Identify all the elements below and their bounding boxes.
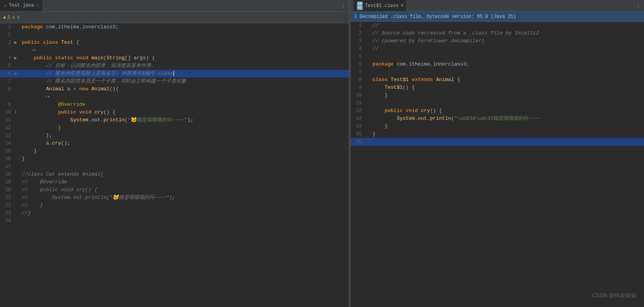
code-line-highlighted: 6 ⚠ // 匿名内部类实际上是有名字: 外部类名$编号.class	[0, 70, 349, 78]
line-number: 2	[2, 31, 11, 39]
line-gutter: 15	[0, 147, 22, 155]
line-content: // (powered by FernFlower decompiler)	[372, 37, 644, 45]
right-tab-bar: 1001 Test$1.class × ⋮	[351, 0, 644, 12]
right-code-area[interactable]: 1 // 2 // Source code recreated from a .…	[351, 22, 644, 307]
line-content: }	[372, 91, 644, 99]
left-code-area[interactable]: 1 package com.itheima.innerclass3; 2	[0, 23, 349, 307]
code-line: 10 I public void cry() {	[0, 109, 349, 116]
run-icon[interactable]: ▶	[12, 39, 19, 47]
impl-icon[interactable]: I	[12, 109, 19, 116]
close-right-tab-button[interactable]: ×	[401, 3, 403, 9]
code-line: 11 System.out.println("🐱猫是喵喵喵的叫~~~~");	[0, 116, 349, 124]
line-gutter: 10 I	[0, 109, 22, 116]
line-number: 24	[2, 217, 11, 225]
line-content: // 匿名内部类本质是一个子类，同时会立即构建一个子类对象	[22, 78, 349, 85]
close-tab-button[interactable]: ×	[36, 3, 39, 8]
code-line: ⚡▾	[0, 93, 349, 101]
code-line: 4 //	[351, 45, 644, 53]
line-content: @Override	[22, 101, 349, 109]
line-gutter: 14	[0, 140, 22, 147]
line-number: 7	[2, 78, 11, 85]
right-tab-more-button[interactable]: ⋮	[636, 3, 641, 9]
line-number: 22	[2, 202, 11, 209]
code-line: 3 // (powered by FernFlower decompiler)	[351, 37, 644, 45]
line-content: }	[22, 147, 349, 155]
code-line: 10 }	[351, 91, 644, 99]
warning-icon: ▲	[3, 15, 6, 20]
line-number: 14	[352, 122, 362, 130]
editor-left: ☕ Test.java × ⋮ ▲ 1 ∧ ∨ 1	[0, 0, 349, 307]
warning-gutter-icon: ⚠	[12, 70, 19, 78]
fold-indicator[interactable]: ⚡▾	[31, 48, 36, 53]
code-line: 16	[351, 138, 644, 146]
code-line: 6 package com.itheima.innerclass3;	[351, 60, 644, 68]
line-content: }	[22, 124, 349, 132]
line-content: // 目标：认识匿名内部类，搞清楚其基本作用.	[22, 62, 349, 70]
line-gutter: 15	[351, 130, 372, 138]
right-code-lines: 1 // 2 // Source code recreated from a .…	[351, 22, 644, 146]
line-gutter: 17	[0, 163, 22, 171]
line-gutter: 16	[351, 138, 372, 146]
line-number: 23	[2, 209, 11, 217]
line-number: 17	[2, 163, 11, 171]
code-line: 22 // }	[0, 202, 349, 209]
line-content: System.out.println("\ud83d\udc31猫是喵喵喵的叫~…	[372, 115, 644, 122]
code-line: 24	[0, 217, 349, 225]
line-gutter: 1	[351, 22, 372, 29]
left-tab-more-button[interactable]: ⋮	[338, 3, 349, 9]
line-content: }	[372, 122, 644, 130]
line-content: public static void main(String[] args) {	[22, 54, 349, 62]
fold-indicator-2[interactable]: ⚡▾	[45, 95, 50, 99]
line-content: Animal a = new Animal(){	[22, 85, 349, 93]
line-gutter: 9	[351, 84, 372, 91]
line-gutter: 21	[0, 194, 22, 202]
line-number: 2	[352, 29, 362, 37]
info-banner-text: Decompiled .class file, bytecode version…	[360, 14, 516, 19]
left-code-lines: 1 package com.itheima.innerclass3; 2	[0, 23, 349, 225]
line-number: 20	[2, 186, 11, 194]
line-content: // }	[22, 202, 349, 209]
line-gutter: 6	[351, 60, 372, 68]
line-number: 1	[2, 23, 11, 31]
nav-down-button[interactable]: ∨	[17, 14, 20, 21]
tab-class-file[interactable]: 1001 Test$1.class ×	[354, 0, 407, 11]
left-tab-bar: ☕ Test.java × ⋮	[0, 0, 349, 12]
line-gutter: 4	[351, 45, 372, 53]
code-line: 2 // Source code recreated from a .class…	[351, 29, 644, 37]
code-line: 19 // @Override	[0, 178, 349, 186]
run-icon[interactable]: ▶	[12, 54, 19, 62]
line-number: 8	[2, 85, 11, 93]
line-gutter: 12	[0, 124, 22, 132]
line-number: 9	[352, 84, 362, 91]
line-number: 4	[2, 54, 11, 62]
line-content: public class Test {	[22, 39, 349, 47]
code-line: 9 @Override	[0, 101, 349, 109]
line-number: 13	[2, 132, 11, 140]
code-line: 23 //}	[0, 209, 349, 217]
line-number: 16	[2, 155, 11, 163]
code-line: 13 System.out.println("\ud83d\udc31猫是喵喵喵…	[351, 115, 644, 122]
editor-right: 1001 Test$1.class × ⋮ ℹ Decompiled .clas…	[351, 0, 644, 307]
tab-test-java[interactable]: ☕ Test.java ×	[0, 0, 43, 11]
line-gutter: 11	[351, 99, 372, 107]
line-content: ⚡▾	[22, 47, 349, 54]
line-gutter: 3	[351, 37, 372, 45]
code-line: 8 Animal a = new Animal(){	[0, 85, 349, 93]
line-content: //}	[22, 209, 349, 217]
line-content: };	[22, 132, 349, 140]
line-content: }	[22, 155, 349, 163]
nav-up-button[interactable]: ∧	[12, 14, 15, 21]
line-gutter: 5	[351, 53, 372, 60]
code-line: 21 // System.out.println("🐱猫是喵喵喵的叫~~~~")…	[0, 194, 349, 202]
line-gutter: 18	[0, 171, 22, 178]
info-banner: ℹ Decompiled .class file, bytecode versi…	[351, 12, 644, 22]
line-number: 5	[352, 53, 362, 60]
right-tab-label: Test$1.class	[365, 3, 398, 9]
line-gutter: 7	[0, 78, 22, 85]
class-file-icon: 1001	[357, 2, 363, 10]
line-content: public void cry() {	[22, 109, 349, 116]
line-gutter: 3 ▶	[0, 39, 22, 47]
line-gutter: 9	[0, 101, 22, 109]
code-line: 2	[0, 31, 349, 39]
code-line: 13 };	[0, 132, 349, 140]
